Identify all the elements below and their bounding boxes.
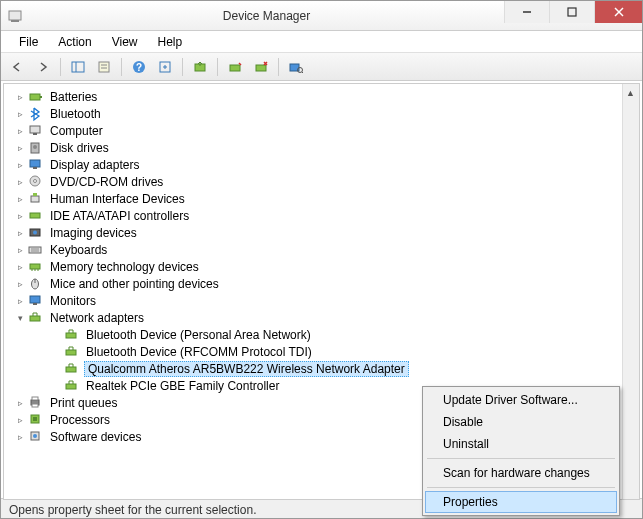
svg-rect-47: [66, 333, 76, 338]
tree-node[interactable]: ▹Disk drives: [6, 139, 637, 156]
ctx-disable[interactable]: Disable: [425, 411, 617, 433]
device-category-icon: [28, 276, 44, 292]
svg-point-29: [34, 179, 37, 182]
minimize-button[interactable]: [504, 1, 549, 23]
device-category-icon: [28, 174, 44, 190]
network-adapter-icon: [64, 361, 80, 377]
ctx-scan-hardware[interactable]: Scan for hardware changes: [425, 462, 617, 484]
tree-node[interactable]: ▹Computer: [6, 122, 637, 139]
show-hide-tree-button[interactable]: [66, 56, 90, 78]
svg-rect-6: [72, 62, 84, 72]
expander-icon[interactable]: ▹: [14, 125, 26, 137]
device-category-icon: [28, 310, 44, 326]
toolbar-separator: [217, 58, 218, 76]
expander-icon[interactable]: ▹: [14, 295, 26, 307]
tree-node-label: Qualcomm Atheros AR5BWB222 Wireless Netw…: [84, 361, 409, 377]
tree-node[interactable]: ▹Imaging devices: [6, 224, 637, 241]
status-text: Opens property sheet for the current sel…: [9, 503, 256, 517]
device-category-icon: [28, 225, 44, 241]
expander-icon[interactable]: ▹: [14, 431, 26, 443]
menu-file[interactable]: File: [9, 33, 48, 51]
device-category-icon: [28, 293, 44, 309]
tree-node[interactable]: ▾Network adapters: [6, 309, 637, 326]
svg-line-19: [302, 72, 303, 73]
toolbar-separator: [182, 58, 183, 76]
uninstall-button[interactable]: [249, 56, 273, 78]
tree-node[interactable]: ▹Display adapters: [6, 156, 637, 173]
scan-hardware-button[interactable]: [284, 56, 308, 78]
tree-node[interactable]: ▹DVD/CD-ROM drives: [6, 173, 637, 190]
action-button[interactable]: [153, 56, 177, 78]
disable-button[interactable]: [223, 56, 247, 78]
ctx-uninstall[interactable]: Uninstall: [425, 433, 617, 455]
expander-icon[interactable]: ▹: [14, 176, 26, 188]
tree-node-label: Disk drives: [48, 141, 111, 155]
update-driver-button[interactable]: [188, 56, 212, 78]
tree-node[interactable]: ▹Human Interface Devices: [6, 190, 637, 207]
expander-icon[interactable]: ▹: [14, 397, 26, 409]
expander-icon[interactable]: ▹: [14, 278, 26, 290]
tree-node[interactable]: ▹Memory technology devices: [6, 258, 637, 275]
expander-icon[interactable]: ▹: [14, 244, 26, 256]
tree-node-label: Bluetooth: [48, 107, 103, 121]
expander-icon[interactable]: ▹: [14, 108, 26, 120]
svg-point-34: [33, 230, 37, 234]
expander-icon[interactable]: ▹: [14, 142, 26, 154]
tree-node[interactable]: ▹IDE ATA/ATAPI controllers: [6, 207, 637, 224]
network-adapter-icon: [64, 344, 80, 360]
expander-icon[interactable]: ▹: [14, 414, 26, 426]
svg-rect-38: [30, 264, 40, 269]
tree-node[interactable]: Bluetooth Device (Personal Area Network): [6, 326, 637, 343]
tree-node-label: Human Interface Devices: [48, 192, 187, 206]
network-adapter-icon: [64, 378, 80, 394]
context-menu: Update Driver Software... Disable Uninst…: [422, 386, 620, 516]
tree-node[interactable]: ▹Keyboards: [6, 241, 637, 258]
tree-node[interactable]: Qualcomm Atheros AR5BWB222 Wireless Netw…: [6, 360, 637, 377]
forward-button[interactable]: [31, 56, 55, 78]
svg-rect-48: [66, 350, 76, 355]
svg-rect-26: [30, 160, 40, 167]
ctx-separator: [427, 487, 615, 488]
tree-node[interactable]: ▹Mice and other pointing devices: [6, 275, 637, 292]
expander-icon[interactable]: ▹: [14, 227, 26, 239]
tree-node[interactable]: ▹Bluetooth: [6, 105, 637, 122]
svg-rect-35: [29, 247, 41, 253]
device-category-icon: [28, 123, 44, 139]
svg-rect-31: [33, 193, 37, 196]
svg-rect-55: [33, 417, 37, 421]
ctx-update-driver[interactable]: Update Driver Software...: [425, 389, 617, 411]
window-title: Device Manager: [29, 9, 504, 23]
expander-icon[interactable]: ▹: [14, 193, 26, 205]
expander-icon[interactable]: ▹: [14, 210, 26, 222]
expander-icon[interactable]: ▹: [14, 261, 26, 273]
scroll-up-icon[interactable]: ▲: [622, 84, 639, 101]
tree-node-label: Bluetooth Device (RFCOMM Protocol TDI): [84, 345, 314, 359]
svg-rect-1: [11, 20, 19, 22]
help-button[interactable]: ?: [127, 56, 151, 78]
tree-node[interactable]: ▹Monitors: [6, 292, 637, 309]
tree-node-label: Monitors: [48, 294, 98, 308]
expander-icon[interactable]: ▾: [14, 312, 26, 324]
properties-button[interactable]: [92, 56, 116, 78]
svg-point-57: [33, 434, 37, 438]
tree-node-label: Bluetooth Device (Personal Area Network): [84, 328, 313, 342]
tree-node[interactable]: ▹Batteries: [6, 88, 637, 105]
toolbar-separator: [278, 58, 279, 76]
tree-node-label: Keyboards: [48, 243, 109, 257]
svg-rect-53: [32, 404, 38, 407]
back-button[interactable]: [5, 56, 29, 78]
close-button[interactable]: [594, 1, 642, 23]
svg-text:?: ?: [136, 62, 142, 73]
menubar: File Action View Help: [1, 31, 642, 53]
maximize-button[interactable]: [549, 1, 594, 23]
toolbar: ?: [1, 53, 642, 81]
menu-action[interactable]: Action: [48, 33, 101, 51]
expander-icon[interactable]: ▹: [14, 91, 26, 103]
tree-node[interactable]: Bluetooth Device (RFCOMM Protocol TDI): [6, 343, 637, 360]
scrollbar[interactable]: ▲: [622, 84, 639, 499]
svg-rect-52: [32, 397, 38, 400]
menu-view[interactable]: View: [102, 33, 148, 51]
expander-icon[interactable]: ▹: [14, 159, 26, 171]
ctx-properties[interactable]: Properties: [425, 491, 617, 513]
menu-help[interactable]: Help: [148, 33, 193, 51]
